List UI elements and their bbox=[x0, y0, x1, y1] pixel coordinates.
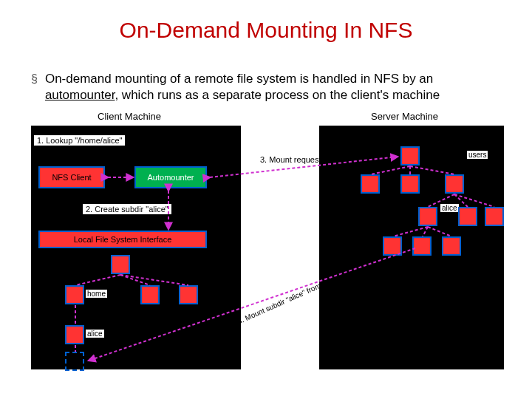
server-alice-label: alice bbox=[440, 204, 459, 212]
server-tree-alice bbox=[418, 207, 437, 226]
client-caption: Client Machine bbox=[98, 111, 161, 122]
nfs-client-box: NFS Client bbox=[38, 166, 105, 188]
diagram: Client Machine Server Machine 1. Lookup … bbox=[31, 111, 504, 392]
client-tree-root bbox=[111, 255, 130, 274]
client-home-label: home bbox=[86, 290, 107, 298]
server-tree-users bbox=[445, 174, 464, 194]
local-fs-interface-box: Local File System Interface bbox=[38, 231, 207, 248]
label-mount-request: 3. Mount request bbox=[260, 155, 321, 164]
label-create-subdir: 2. Create subdir "alice" bbox=[83, 204, 171, 214]
bullet-keyword: automounter bbox=[45, 88, 115, 102]
server-tree-root bbox=[400, 146, 420, 166]
server-tree-leaf-3 bbox=[442, 236, 461, 256]
bullet-text: On-demand mounting of a remote file syst… bbox=[45, 71, 497, 103]
client-tree-sibling-2 bbox=[179, 285, 198, 304]
slide-title: On-Demand Mounting In NFS bbox=[0, 18, 532, 43]
server-tree-child-a bbox=[361, 174, 380, 194]
server-users-label: users bbox=[467, 151, 488, 159]
server-tree-peer-2 bbox=[485, 207, 504, 226]
client-tree-alice bbox=[65, 325, 84, 344]
label-lookup: 1. Lookup "/home/alice" bbox=[34, 135, 125, 146]
bullet-pre: On-demand mounting of a remote file syst… bbox=[45, 72, 433, 86]
client-alice-label: alice bbox=[86, 330, 104, 338]
client-tree-home bbox=[65, 285, 84, 304]
bullet-item: § On-demand mounting of a remote file sy… bbox=[31, 71, 497, 103]
bullet-marker: § bbox=[31, 71, 38, 87]
server-tree-leaf-2 bbox=[412, 236, 432, 256]
client-tree-sibling-1 bbox=[140, 285, 160, 304]
client-tree-mounted-placeholder bbox=[65, 352, 84, 371]
bullet-post: , which runs as a separate process on th… bbox=[115, 88, 440, 102]
server-tree-child-b bbox=[400, 174, 420, 194]
server-tree-peer-1 bbox=[458, 207, 477, 226]
server-caption: Server Machine bbox=[371, 111, 438, 122]
automounter-box: Automounter bbox=[134, 166, 207, 188]
server-tree-leaf-1 bbox=[383, 236, 402, 256]
